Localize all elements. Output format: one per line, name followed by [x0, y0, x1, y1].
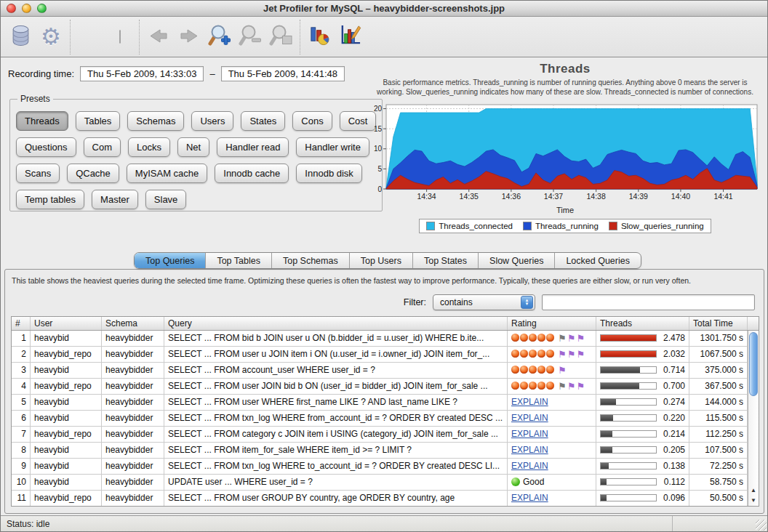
preset-button-handler-read[interactable]: Handler read [217, 137, 289, 157]
explain-link[interactable]: EXPLAIN [511, 445, 548, 455]
explain-link[interactable]: EXPLAIN [511, 493, 548, 503]
chart-report-button[interactable] [304, 20, 335, 54]
cell-query: SELECT ... FROM txn_log WHERE from_accou… [164, 411, 508, 426]
table-row[interactable]: 6heavybidheavybidderSELECT ... FROM txn_… [12, 411, 759, 427]
recording-start-field[interactable]: Thu 5-Feb 2009, 14:33:03 [80, 66, 204, 81]
tab-top-states[interactable]: Top States [413, 253, 479, 268]
table-row[interactable]: 1heavybidheavybidderSELECT ... FROM bid … [12, 331, 759, 347]
tab-top-schemas[interactable]: Top Schemas [272, 253, 350, 268]
recording-end-field[interactable]: Thu 5-Feb 2009, 14:41:48 [221, 66, 345, 81]
preset-button-temp-tables[interactable]: Temp tables [16, 190, 84, 209]
filter-mode-select[interactable]: contains ▲▼ [433, 294, 535, 310]
preset-button-states[interactable]: States [241, 111, 285, 131]
back-arrow-icon [147, 25, 170, 49]
preset-button-scans[interactable]: Scans [16, 164, 60, 183]
threads-area-chart[interactable]: 0510152014:3414:3514:3614:3714:3814:3914… [364, 100, 763, 202]
column-header-user[interactable]: User [31, 317, 102, 330]
cell-threads: 2.032 [596, 347, 689, 362]
preset-button-users[interactable]: Users [191, 111, 233, 131]
preset-button-myisam-cache[interactable]: MyISAM cache [127, 164, 207, 183]
rating-flag-icon: ⚑ [577, 381, 585, 392]
preset-button-qcache[interactable]: QCache [67, 164, 119, 183]
legend-swatch-icon [609, 222, 617, 230]
table-row[interactable]: 3heavybidheavybidderSELECT ... FROM acco… [12, 363, 759, 379]
preset-button-master[interactable]: Master [92, 190, 138, 209]
preset-button-questions[interactable]: Questions [16, 137, 76, 157]
settings-gear-button[interactable]: ⚙ [36, 20, 66, 54]
preset-button-tables[interactable]: Tables [76, 111, 121, 131]
column-header-query[interactable]: Query [164, 317, 508, 330]
cell-threads: 0.096 [596, 491, 689, 506]
table-scrollbar[interactable]: ▲ ▼ [748, 331, 759, 506]
column-header-total[interactable]: Total Time [689, 317, 748, 330]
scroll-down-button[interactable]: ▼ [748, 496, 759, 506]
explain-link[interactable]: EXPLAIN [511, 397, 548, 407]
table-row[interactable]: 7heavybid_repoheavybidderSELECT ... FROM… [12, 427, 759, 443]
cell-total: 112.250 s [689, 427, 748, 442]
cell-query: SELECT ... FROM user u JOIN item i ON (u… [164, 347, 508, 362]
close-window-button[interactable] [7, 4, 16, 13]
table-row[interactable]: 8heavybidheavybidderSELECT ... FROM item… [12, 443, 759, 459]
preset-button-cons[interactable]: Cons [292, 111, 332, 131]
threads-bar [600, 430, 657, 438]
legend-label: Threads_connected [439, 222, 513, 230]
table-row[interactable]: 5heavybidheavybidderSELECT ... FROM user… [12, 395, 759, 411]
preset-button-locks[interactable]: Locks [128, 137, 170, 157]
legend-label: Slow_queries_running [621, 222, 704, 230]
cell-rating: EXPLAIN [508, 411, 596, 426]
cell-schema: heavybidder [102, 459, 164, 474]
cell-num: 2 [12, 347, 31, 362]
legend-item-slow-queries-running: Slow_queries_running [609, 222, 704, 230]
cell-total: 58.750 s [689, 475, 748, 490]
table-row[interactable]: 2heavybid_repoheavybidderSELECT ... FROM… [12, 347, 759, 363]
chart-compare-button[interactable] [335, 20, 365, 54]
tab-slow-queries[interactable]: Slow Queries [479, 253, 555, 268]
preset-button-innodb-cache[interactable]: Innodb cache [215, 164, 289, 183]
table-row[interactable]: 11heavybid_repoheavybidderSELECT ... FRO… [12, 491, 759, 507]
explain-link[interactable]: EXPLAIN [511, 429, 548, 439]
zoom-window-button[interactable] [37, 4, 47, 13]
preset-button-handler-write[interactable]: Handler write [296, 137, 369, 157]
cell-query: SELECT ... FROM account_user WHERE user_… [164, 363, 508, 378]
record-button[interactable] [74, 20, 105, 54]
column-header-threads[interactable]: Threads [596, 317, 689, 330]
tab-top-users[interactable]: Top Users [350, 253, 413, 268]
preset-button-schemas[interactable]: Schemas [127, 111, 184, 131]
table-row[interactable]: 9heavybidheavybidderSELECT ... FROM txn_… [12, 459, 759, 475]
preset-button-slave[interactable]: Slave [145, 190, 187, 209]
filter-text-input[interactable] [542, 294, 755, 310]
rating-ball-icon [520, 382, 528, 390]
minimize-window-button[interactable] [22, 4, 31, 13]
column-header-schema[interactable]: Schema [102, 317, 164, 330]
zoom-in-button[interactable] [204, 20, 235, 54]
preset-button-innodb-disk[interactable]: Innodb disk [296, 164, 362, 183]
database-button[interactable] [5, 20, 36, 54]
explain-link[interactable]: EXPLAIN [511, 413, 548, 423]
scroll-up-button[interactable]: ▲ [748, 485, 759, 496]
tab-locked-queries[interactable]: Locked Queries [555, 253, 641, 268]
explain-link[interactable]: EXPLAIN [511, 461, 548, 471]
cell-num: 1 [12, 331, 31, 346]
column-header-rating[interactable]: Rating [508, 317, 596, 330]
svg-text:5: 5 [377, 165, 382, 173]
title-bar: Jet Profiler for MySQL – heavybidder-scr… [1, 1, 767, 17]
preset-button-net[interactable]: Net [177, 137, 209, 157]
resize-grip-icon[interactable] [756, 520, 767, 531]
preset-button-com[interactable]: Com [84, 137, 121, 157]
tab-top-queries[interactable]: Top Queries [135, 253, 206, 268]
legend-item-threads-running: Threads_running [523, 222, 599, 230]
rating-ball-icon [529, 366, 537, 374]
preset-button-threads[interactable]: Threads [16, 111, 68, 131]
tab-top-tables[interactable]: Top Tables [206, 253, 272, 268]
threads-bar-fill [601, 495, 607, 501]
chart-x-axis-label: Time [364, 206, 766, 214]
rating-flag-icon: ⚑ [577, 349, 585, 360]
cell-total: 1301.750 s [689, 331, 748, 346]
table-row[interactable]: 4heavybid_repoheavybidderSELECT ... FROM… [12, 379, 759, 395]
table-row[interactable]: 10heavybidheavybidderUPDATE user ... WHE… [12, 475, 759, 491]
top-queries-panel: This table shows the heaviest queries du… [4, 269, 764, 514]
cell-threads: 0.274 [596, 395, 689, 410]
scrollbar-thumb[interactable] [749, 332, 758, 396]
column-header-num[interactable]: # [12, 317, 31, 330]
toolbar-separator [300, 20, 300, 55]
